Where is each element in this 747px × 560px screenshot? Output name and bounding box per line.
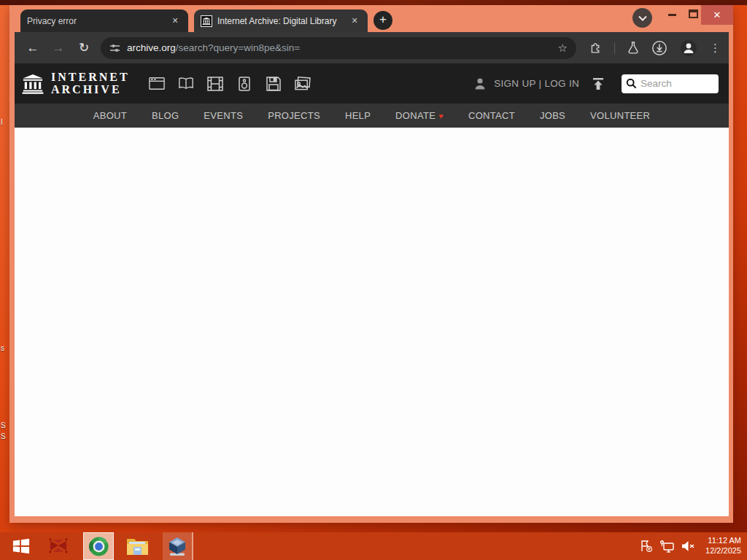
- nav-contact[interactable]: CONTACT: [468, 110, 515, 121]
- desktop-icon-label-fragment: I: [1, 118, 9, 126]
- reload-button[interactable]: ↻: [74, 40, 93, 55]
- nav-jobs[interactable]: JOBS: [540, 110, 565, 121]
- desktop-icon-label-fragment: s: [1, 344, 9, 352]
- page-content-blank: [15, 128, 729, 516]
- network-icon[interactable]: [660, 540, 674, 553]
- browser-window: Privacy error ✕ Internet Archive: Digita…: [9, 5, 733, 523]
- bookmark-star-icon[interactable]: ☆: [558, 42, 568, 55]
- start-button[interactable]: [7, 532, 35, 560]
- texts-icon[interactable]: [178, 77, 194, 91]
- tab-internet-archive[interactable]: Internet Archive: Digital Library ✕: [194, 9, 368, 32]
- tab-close-icon[interactable]: ✕: [169, 15, 182, 28]
- forward-button[interactable]: →: [49, 41, 68, 55]
- internet-archive-logo-icon[interactable]: [21, 73, 44, 95]
- audio-icon[interactable]: [236, 77, 252, 91]
- upload-icon[interactable]: [592, 77, 605, 90]
- clock-date: 12/2/2025: [705, 546, 741, 556]
- site-settings-icon[interactable]: [109, 43, 120, 53]
- system-tray: 11:12 AM 12/2/2025: [640, 536, 741, 556]
- nav-help[interactable]: HELP: [345, 110, 371, 121]
- desktop-icon-label-fragment: S: [1, 432, 9, 440]
- signup-login-link[interactable]: SIGN UP | LOG IN: [494, 78, 579, 89]
- nav-blog[interactable]: BLOG: [152, 110, 179, 121]
- url-domain: archive.org: [127, 42, 176, 53]
- search-input[interactable]: [640, 78, 713, 89]
- tab-title: Internet Archive: Digital Library: [217, 16, 348, 26]
- action-center-flag-icon[interactable]: [640, 540, 653, 553]
- taskbar-file-explorer-icon[interactable]: [122, 532, 152, 560]
- tab-privacy-error[interactable]: Privacy error ✕: [20, 9, 188, 32]
- nav-volunteer[interactable]: VOLUNTEER: [590, 110, 650, 121]
- internet-archive-favicon-icon: [201, 15, 212, 27]
- url-path: /search?query=win8pe&sin=: [176, 42, 300, 53]
- browser-menu-dots-icon[interactable]: ⋮: [710, 42, 721, 55]
- tab-title: Privacy error: [27, 16, 169, 26]
- web-icon[interactable]: [149, 77, 165, 91]
- maximize-button[interactable]: [689, 9, 698, 18]
- taskbar-chrome-browser-icon[interactable]: [83, 532, 114, 560]
- tab-search-chevron-icon[interactable]: [632, 8, 652, 28]
- downloads-icon[interactable]: [651, 40, 667, 56]
- tab-close-icon[interactable]: ✕: [348, 15, 361, 28]
- browser-toolbar: ← → ↻ archive.org/search?query=win8pe&si…: [15, 32, 729, 63]
- address-bar[interactable]: archive.org/search?query=win8pe&sin= ☆: [101, 37, 576, 59]
- person-icon: [473, 77, 487, 91]
- new-tab-button[interactable]: +: [374, 11, 392, 30]
- video-icon[interactable]: [207, 77, 223, 91]
- windows-logo-icon: [12, 537, 30, 555]
- desktop-icon-label-fragment: S: [1, 421, 9, 429]
- close-window-button[interactable]: ✕: [701, 5, 733, 25]
- nav-projects[interactable]: PROJECTS: [268, 110, 320, 121]
- software-icon[interactable]: [266, 77, 282, 91]
- taskbar-virtualbox-icon[interactable]: [163, 532, 193, 560]
- nav-events[interactable]: EVENTS: [204, 110, 243, 121]
- search-icon: [626, 78, 637, 89]
- windows-taskbar: 11:12 AM 12/2/2025: [0, 532, 747, 560]
- media-type-icons: [149, 77, 311, 91]
- clock-time: 11:12 AM: [705, 536, 741, 546]
- volume-muted-icon[interactable]: [681, 540, 695, 552]
- extensions-puzzle-icon[interactable]: [589, 42, 602, 54]
- toolbar-separator: [614, 42, 615, 54]
- minimize-button[interactable]: [668, 14, 676, 16]
- taskbar-clock[interactable]: 11:12 AM 12/2/2025: [705, 536, 741, 556]
- desktop-top-edge: [0, 0, 747, 5]
- nav-about[interactable]: ABOUT: [93, 110, 127, 121]
- nav-donate[interactable]: DONATE♥: [395, 110, 444, 121]
- archive-search-box[interactable]: [622, 74, 719, 93]
- archive-nav-bar: ABOUT BLOG EVENTS PROJECTS HELP DONATE♥ …: [15, 104, 729, 128]
- internet-archive-header: INTERNET ARCHIVE: [15, 63, 729, 104]
- labs-flask-icon[interactable]: [627, 42, 639, 54]
- back-button[interactable]: ←: [23, 41, 42, 55]
- images-icon[interactable]: [295, 77, 311, 91]
- profile-avatar-icon[interactable]: [680, 39, 697, 57]
- internet-archive-wordmark[interactable]: INTERNET ARCHIVE: [51, 71, 130, 96]
- tab-strip: Privacy error ✕ Internet Archive: Digita…: [15, 5, 729, 32]
- donate-heart-icon: ♥: [438, 112, 444, 120]
- taskbar-red-app-icon[interactable]: [43, 532, 74, 560]
